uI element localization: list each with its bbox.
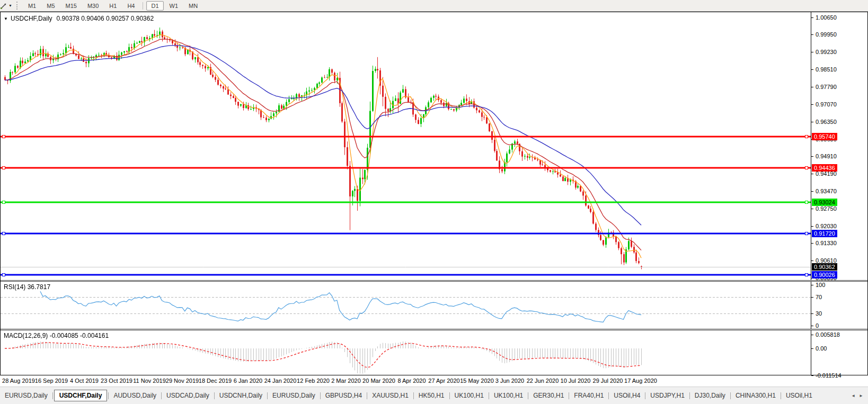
date-axis-label: 29 Nov 2019 <box>166 378 199 384</box>
chart-tab-eurusd-daily[interactable]: EURUSD,Daily <box>268 392 320 399</box>
price-axis-label: 0.98510 <box>816 66 837 73</box>
tool-dropdown-arrow-icon[interactable]: ▼ <box>8 4 12 7</box>
date-axis-label: 29 Jul 2020 <box>593 378 623 384</box>
price-axis-tickmark <box>811 17 813 18</box>
date-axis-label: 20 Mar 2020 <box>362 378 395 384</box>
chart-tab-bar: EURUSD,DailyUSDCHF,DailyAUDUSD,DailyUSDC… <box>0 387 868 404</box>
date-axis-label: 10 Jul 2020 <box>561 378 591 384</box>
date-axis-label: 27 Apr 2020 <box>428 378 459 384</box>
line-price-tag: 0.91720 <box>812 230 837 237</box>
price-axis-tickmark <box>811 104 813 105</box>
rsi-axis-tickmark <box>811 297 813 298</box>
chart-tab-xauusd-h1[interactable]: XAUUSD,H1 <box>367 392 413 399</box>
line-price-tag: 0.94436 <box>812 164 837 172</box>
timeframe-button-h4[interactable]: H4 <box>122 1 139 11</box>
date-axis-label: 17 Aug 2020 <box>624 378 657 384</box>
line-price-tag: 0.93024 <box>812 199 837 206</box>
chart-tab-fra40-h1[interactable]: FRA40,H1 <box>569 392 608 399</box>
timeframe-button-d1[interactable]: D1 <box>146 1 163 11</box>
price-axis-label: 0.94910 <box>816 153 837 160</box>
macd-axis-tickmark <box>811 335 813 335</box>
macd-axis-label: 0.00 <box>816 345 827 352</box>
timeframe-button-m5[interactable]: M5 <box>42 1 59 11</box>
chart-tab-usoil-h1[interactable]: USOil,H1 <box>781 392 817 399</box>
chart-tab-gbpusd-h4[interactable]: GBPUSD,H4 <box>321 392 367 399</box>
price-chart-canvas[interactable] <box>1 12 811 280</box>
timeframe-button-m15[interactable]: M15 <box>61 1 82 11</box>
timeframe-button-h1[interactable]: H1 <box>104 1 121 11</box>
price-axis-tickmark <box>811 261 813 261</box>
chart-tab-usdjpy-h1[interactable]: USDJPY,H1 <box>645 392 689 399</box>
collapse-triangle-icon[interactable]: ▼ <box>4 16 8 21</box>
chart-tab-ger30-h1[interactable]: GER30,H1 <box>528 392 569 399</box>
rsi-axis-label: 100 <box>816 282 825 289</box>
chart-tab-usdchf-daily[interactable]: USDCHF,Daily <box>54 390 108 401</box>
chart-tab-audusd-daily[interactable]: AUDUSD,Daily <box>109 392 161 399</box>
toolbar-grip-handle[interactable] <box>16 2 19 10</box>
line-price-tag: 0.90026 <box>812 271 837 279</box>
chart-tab-uk100-h1[interactable]: UK100,H1 <box>489 392 528 399</box>
timeframe-button-mn[interactable]: MN <box>184 1 202 11</box>
toolbar-separator <box>143 2 143 10</box>
price-axis-label: 0.92030 <box>816 223 837 230</box>
date-axis-label: 16 Sep 2019 <box>35 378 68 384</box>
date-axis-label: 8 Apr 2020 <box>397 378 426 384</box>
price-axis-tickmark <box>811 69 813 70</box>
price-axis-label: 0.99230 <box>816 49 837 56</box>
macd-panel: MACD(12,26,9) -0.004085 -0.004161 0.0058… <box>1 330 867 375</box>
date-axis-label: 24 Jan 2020 <box>264 378 297 384</box>
rsi-axis-label: 30 <box>816 310 822 317</box>
chart-tab-usoil-h4[interactable]: USOil,H4 <box>609 392 645 399</box>
price-axis-tickmark <box>811 226 813 227</box>
date-axis-label: 23 Oct 2019 <box>101 378 132 384</box>
macd-axis-label: 0.005818 <box>816 331 840 338</box>
timeframe-button-group: M1M5M15M30H1H4D1W1MN <box>23 0 203 11</box>
chart-tab-usdcad-daily[interactable]: USDCAD,Daily <box>162 392 214 399</box>
chart-tab-dj30-daily[interactable]: DJ30,Daily <box>690 392 730 399</box>
price-axis-tickmark <box>811 174 813 174</box>
price-axis-label: 0.93470 <box>816 188 837 195</box>
rsi-label: RSI(14) 36.7817 <box>4 283 50 291</box>
price-axis-tickmark <box>811 34 813 35</box>
rsi-axis: 10070300 <box>811 282 867 329</box>
rsi-axis-tickmark <box>811 326 813 326</box>
date-axis: 28 Aug 201916 Sep 20194 Oct 201923 Oct 2… <box>0 375 868 387</box>
price-axis-label: 0.99950 <box>816 31 837 38</box>
macd-chart-canvas[interactable] <box>1 330 811 375</box>
current-price-tag: 0.90362 <box>812 263 837 271</box>
date-axis-label: 22 Jun 2020 <box>527 378 559 384</box>
timeframe-button-m30[interactable]: M30 <box>83 1 103 11</box>
chart-tab-china300-h1[interactable]: CHINA300,H1 <box>731 392 781 399</box>
price-axis: 1.006500.999500.992300.985100.977900.970… <box>811 12 867 280</box>
tab-separator <box>52 392 53 399</box>
macd-label: MACD(12,26,9) -0.004085 -0.004161 <box>4 332 109 339</box>
tab-scroll-right-button[interactable]: ► <box>859 393 863 398</box>
date-axis-label: 11 Nov 2019 <box>133 378 166 384</box>
chart-tab-hk50-h1[interactable]: HK50,H1 <box>414 392 449 399</box>
timeframe-button-m1[interactable]: M1 <box>23 1 41 11</box>
chart-tab-usdcnh-daily[interactable]: USDCNH,Daily <box>215 392 267 399</box>
chart-tab-eurusd-daily[interactable]: EURUSD,Daily <box>0 392 52 399</box>
rsi-chart-canvas[interactable] <box>1 282 811 329</box>
top-toolbar: ▼ M1M5M15M30H1H4D1W1MN <box>0 0 868 12</box>
chart-tab-uk100-h1[interactable]: UK100,H1 <box>450 392 489 399</box>
chart-window: ▼USDCHF,Daily0.90378 0.90406 0.90257 0.9… <box>0 12 868 375</box>
timeframe-button-w1[interactable]: W1 <box>165 1 183 11</box>
macd-axis: 0.0058180.00-0.011514 <box>811 330 867 375</box>
date-axis-label: 3 Jun 2020 <box>495 378 524 384</box>
cursor-tool-icon[interactable] <box>0 2 8 10</box>
tab-scroll-controls: ◄ ► <box>846 393 868 398</box>
price-axis-label: 0.97790 <box>816 84 837 91</box>
price-axis-label: 0.97070 <box>816 101 837 108</box>
date-axis-label: 18 Dec 2019 <box>199 378 232 384</box>
date-axis-label: 6 Jan 2020 <box>234 378 262 384</box>
tab-scroll-left-button[interactable]: ◄ <box>851 393 855 398</box>
line-price-tag: 0.95740 <box>812 133 837 140</box>
chart-ohlc-values: 0.90378 0.90406 0.90257 0.90362 <box>57 15 154 22</box>
price-axis-label: 0.91330 <box>816 240 837 247</box>
rsi-axis-tickmark <box>811 313 813 314</box>
chart-tabs: EURUSD,DailyUSDCHF,DailyAUDUSD,DailyUSDC… <box>0 387 846 404</box>
macd-axis-tickmark <box>811 375 813 376</box>
cursor-tool-glyph <box>0 2 8 10</box>
price-axis-tickmark <box>811 156 813 157</box>
